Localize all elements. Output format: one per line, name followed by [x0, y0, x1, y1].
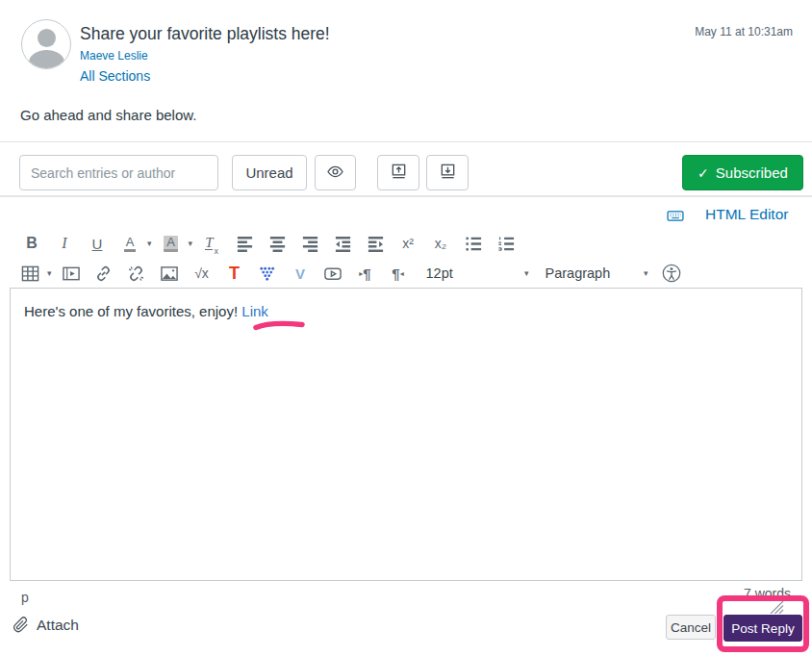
underline-button[interactable]: U — [85, 231, 110, 256]
media-button[interactable] — [59, 261, 84, 286]
dotted-v-app-button[interactable] — [255, 261, 280, 286]
subscribed-button[interactable]: ✓ Subscribed — [682, 155, 803, 190]
accessibility-icon — [661, 263, 682, 284]
font-size-dropdown[interactable]: 12pt ▾ — [426, 265, 532, 281]
editor-status-bar: p 7 words — [0, 584, 812, 607]
image-button[interactable] — [157, 261, 182, 286]
keyboard-icon — [666, 206, 685, 225]
attach-button[interactable]: Attach — [12, 616, 79, 634]
resize-grip-icon[interactable] — [770, 600, 784, 614]
editor-toolbar-row-1: B I U A ▾ A ▾ Tx x² x₂ — [0, 230, 812, 257]
editor-toolbar-row-2: ▾ √x T V ▸¶ ¶◂ — [0, 260, 812, 287]
align-left-icon — [236, 235, 254, 253]
link-button[interactable] — [91, 261, 116, 286]
search-input[interactable] — [19, 155, 218, 190]
discussion-message: Go ahead and share below. — [20, 107, 196, 123]
collapse-replies-button[interactable] — [426, 155, 469, 190]
indent-icon — [367, 235, 385, 253]
youtube-app-button[interactable] — [320, 261, 345, 286]
indent-button[interactable] — [363, 231, 388, 256]
highlight-color-caret-icon[interactable]: ▾ — [189, 239, 193, 248]
align-center-button[interactable] — [265, 231, 290, 256]
author-link[interactable]: Maeve Leslie — [80, 49, 148, 63]
dotted-v-app-icon — [258, 265, 276, 283]
editor-hyperlink[interactable]: Link — [241, 303, 268, 319]
word-count: 7 words — [744, 586, 791, 601]
attach-label: Attach — [37, 617, 79, 634]
chevron-down-icon: ▾ — [524, 268, 529, 278]
unread-eye-button[interactable] — [315, 155, 356, 190]
text-color-button[interactable]: A — [117, 231, 142, 256]
eye-icon — [326, 163, 344, 184]
pink-underline-annotation — [253, 318, 305, 332]
outdent-button[interactable] — [330, 231, 355, 256]
chevron-down-icon: ▾ — [644, 268, 648, 278]
avatar — [21, 19, 71, 69]
html-editor-link[interactable]: HTML Editor — [705, 206, 788, 223]
align-right-icon — [301, 235, 319, 253]
table-caret-icon[interactable]: ▾ — [47, 268, 52, 278]
page-title: Share your favorite playlists here! — [80, 24, 330, 44]
arrow-down-box-icon — [439, 163, 457, 184]
paragraph-format-dropdown[interactable]: Paragraph ▾ — [546, 265, 651, 281]
bullet-list-button[interactable] — [461, 231, 486, 256]
divider — [0, 195, 812, 197]
arrow-up-box-icon — [390, 163, 408, 184]
subscribed-label: Subscribed — [716, 164, 788, 181]
element-path[interactable]: p — [21, 590, 29, 605]
image-icon — [160, 265, 179, 283]
align-left-button[interactable] — [232, 231, 257, 256]
unlink-icon — [127, 265, 145, 283]
discussion-page: Share your favorite playlists here! Maev… — [0, 0, 812, 656]
avatar-head — [38, 29, 56, 47]
expand-replies-button[interactable] — [377, 155, 419, 190]
media-icon — [62, 265, 81, 283]
outdent-icon — [334, 235, 352, 253]
paragraph-format-value: Paragraph — [546, 265, 611, 281]
ltr-direction-button[interactable]: ▸¶ — [353, 261, 378, 286]
italic-button[interactable]: I — [52, 231, 77, 256]
numbered-list-icon — [497, 235, 516, 253]
check-icon: ✓ — [698, 165, 709, 181]
avatar-body — [29, 50, 64, 69]
cancel-button[interactable]: Cancel — [666, 615, 716, 640]
rtl-direction-button[interactable]: ¶◂ — [386, 261, 411, 286]
timestamp: May 11 at 10:31am — [695, 25, 793, 38]
table-icon — [21, 265, 39, 283]
bold-button[interactable]: B — [19, 231, 44, 256]
vimeo-app-button[interactable]: V — [288, 261, 313, 286]
accessibility-checker-button[interactable] — [659, 261, 684, 286]
bullet-list-icon — [465, 235, 483, 253]
align-right-button[interactable] — [297, 231, 322, 256]
text-color-icon: A — [124, 236, 137, 252]
font-size-value: 12pt — [426, 265, 453, 281]
rtl-arrow: ◂ — [400, 269, 404, 278]
subscript-button[interactable]: x₂ — [428, 231, 453, 256]
link-icon — [94, 265, 113, 283]
table-button[interactable] — [17, 261, 42, 286]
editor-content-area[interactable]: Here's one of my favorites, enjoy! Link — [10, 288, 802, 581]
numbered-list-button[interactable] — [494, 231, 519, 256]
red-t-app-button[interactable]: T — [222, 261, 247, 286]
editor-text-line: Here's one of my favorites, enjoy! Link — [24, 303, 268, 319]
pilcrow-icon: ¶ — [363, 265, 370, 282]
divider — [0, 141, 812, 142]
pilcrow-icon: ¶ — [392, 265, 399, 282]
clear-formatting-icon: T — [205, 237, 213, 250]
all-sections-link[interactable]: All Sections — [80, 68, 150, 84]
post-reply-button[interactable]: Post Reply — [723, 615, 802, 642]
highlight-color-icon: A — [164, 236, 178, 252]
paperclip-icon — [12, 616, 30, 634]
align-center-icon — [268, 235, 287, 253]
equation-button[interactable]: √x — [190, 261, 215, 286]
unread-filter-button[interactable]: Unread — [232, 155, 307, 190]
highlight-color-button[interactable]: A — [159, 231, 184, 256]
text-color-caret-icon[interactable]: ▾ — [147, 239, 152, 248]
youtube-icon — [323, 265, 343, 283]
clear-formatting-x: x — [214, 246, 218, 256]
unlink-button[interactable] — [124, 261, 149, 286]
clear-formatting-button[interactable]: Tx — [199, 231, 224, 256]
superscript-button[interactable]: x² — [395, 231, 420, 256]
editor-text: Here's one of my favorites, enjoy! — [24, 303, 241, 319]
